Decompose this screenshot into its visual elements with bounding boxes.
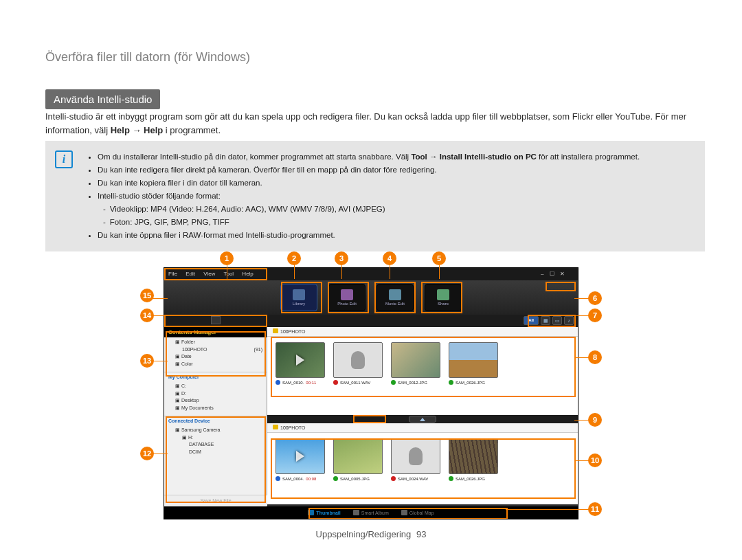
info-subitem: Foton: JPG, GIF, BMP, PNG, TIFF xyxy=(103,216,693,229)
menu-tool[interactable]: Tool xyxy=(223,271,234,277)
thumbnail[interactable]: SAM_0004. 00:08 xyxy=(276,438,325,481)
drive-item[interactable]: ▣ C: xyxy=(175,383,262,390)
thumb-photo[interactable] xyxy=(449,342,498,378)
tree-color[interactable]: ▣ Color xyxy=(175,361,262,368)
thumbnail[interactable]: SAM_0005.JPG xyxy=(333,438,383,481)
content-panel-top: 100PHOTO SAM_0010. 00:11 SAM_0011.WAV SA… xyxy=(267,327,578,415)
intro-c: i programmet. xyxy=(163,125,221,135)
callout-14: 14 xyxy=(140,309,154,322)
device-item[interactable]: ▣ Samsung Camera xyxy=(175,427,262,434)
menu-file[interactable]: File xyxy=(168,271,177,277)
intro-paragraph: Intelli-studio är ett inbyggt program so… xyxy=(45,110,705,137)
view-tabs: Thumbnail Smart Album Global Map xyxy=(164,506,578,519)
view-global-map[interactable]: Global Map xyxy=(401,510,434,515)
mode-label: Library xyxy=(293,302,305,306)
drive-item[interactable]: ▣ My Documents xyxy=(175,405,262,412)
library-icon xyxy=(293,289,305,300)
menu-edit[interactable]: Edit xyxy=(186,271,195,277)
view-smart-album[interactable]: Smart Album xyxy=(353,510,389,515)
filter-photo-icon[interactable]: ▦ xyxy=(541,316,550,325)
panel-separator[interactable] xyxy=(267,415,578,423)
mode-movie-edit[interactable]: Movie Edit xyxy=(376,284,414,311)
type-dot xyxy=(276,380,280,385)
album-icon xyxy=(353,510,359,515)
footer-label: Uppspelning/Redigering xyxy=(316,529,412,539)
separator-handle-icon[interactable] xyxy=(409,416,436,423)
thumb-photo[interactable] xyxy=(333,438,383,474)
filter-video-icon[interactable]: ▭ xyxy=(552,316,562,325)
help-menu-2: Help xyxy=(144,125,163,135)
intro-arrow: → xyxy=(130,125,144,135)
folder-bar[interactable]: 100PHOTO xyxy=(267,327,578,337)
info-subitem: Videoklipp: MP4 (Video: H.264, Audio: AA… xyxy=(103,203,693,216)
tree-item[interactable]: 100PHOTO(91) xyxy=(175,346,262,354)
save-new-file[interactable]: Save New File xyxy=(164,495,267,506)
sidebar-connected[interactable]: Connected Device xyxy=(164,416,267,425)
device-dir[interactable]: DCIM xyxy=(175,449,262,456)
share-icon xyxy=(437,289,449,300)
mode-share[interactable]: Share xyxy=(425,284,462,311)
help-menu-1: Help xyxy=(111,125,130,135)
sidebar: Contents Manager ▣ Folder 100PHOTO(91) ▣… xyxy=(164,327,267,519)
info-text: Intelli-studio stöder följande format: xyxy=(98,192,221,200)
filter-audio-icon[interactable]: ♪ xyxy=(564,316,574,325)
thumb-audio[interactable] xyxy=(333,342,383,378)
thumb-photo[interactable] xyxy=(449,438,498,474)
callout-9: 9 xyxy=(588,413,602,427)
drive-item[interactable]: ▣ D: xyxy=(175,390,262,398)
drive-item[interactable]: ▣ Desktop xyxy=(175,397,262,405)
install-menu: Install Intelli-studio on PC xyxy=(440,153,537,161)
tree-date[interactable]: ▣ Date xyxy=(175,353,262,361)
thumb-name: SAM_0024.WAV xyxy=(398,477,428,481)
thumbnail[interactable]: SAM_0012.JPG xyxy=(391,342,440,385)
folder-bar[interactable]: 100PHOTO xyxy=(267,423,578,433)
mode-photo-edit[interactable]: Photo Edit xyxy=(328,284,366,311)
thumbnail[interactable]: SAM_0026.JPG xyxy=(449,438,498,481)
thumbnail[interactable]: SAM_0010. 00:11 xyxy=(276,342,325,385)
sidebar-mycomputer[interactable]: My Computer xyxy=(164,372,267,381)
type-dot xyxy=(449,476,453,481)
type-dot xyxy=(391,380,396,385)
thumbnail[interactable]: SAM_0026.JPG xyxy=(449,342,498,385)
thumb-video[interactable] xyxy=(276,438,325,474)
info-text: Om du installerar Intelli-studio på din … xyxy=(98,153,411,161)
view-thumbnail[interactable]: Thumbnail xyxy=(308,510,340,515)
callout-7: 7 xyxy=(588,309,602,322)
window-controls[interactable]: – ☐ ✕ xyxy=(541,271,567,277)
device-dir[interactable]: DATABASE xyxy=(175,441,262,449)
thumb-audio[interactable] xyxy=(391,438,440,474)
tree-folder[interactable]: ▣ Folder xyxy=(175,339,262,346)
type-dot xyxy=(333,476,338,481)
thumbnail[interactable]: SAM_0011.WAV xyxy=(333,342,383,385)
thumbnail[interactable]: SAM_0024.WAV xyxy=(391,438,440,481)
callout-1: 1 xyxy=(220,251,234,265)
photo-icon xyxy=(341,289,353,300)
callout-5: 5 xyxy=(432,251,446,265)
content-panel-bottom: 100PHOTO SAM_0004. 00:08 SAM_0005.JPG SA… xyxy=(267,423,578,504)
callout-12: 12 xyxy=(140,447,154,460)
nav-toggle-icon[interactable] xyxy=(211,316,221,324)
info-arrow: → xyxy=(427,153,440,161)
app-screenshot: File Edit View Tool Help – ☐ ✕ Library P… xyxy=(164,267,578,519)
menu-help[interactable]: Help xyxy=(242,271,253,277)
menu-view[interactable]: View xyxy=(203,271,215,277)
callout-3: 3 xyxy=(335,251,348,265)
tool-menu: Tool xyxy=(411,153,427,161)
thumb-duration: 00:11 xyxy=(306,381,316,385)
filter-all[interactable]: All xyxy=(524,316,539,325)
callout-13: 13 xyxy=(140,354,154,368)
type-dot xyxy=(449,380,453,385)
info-text: för att installera programmet. xyxy=(537,153,640,161)
page-footer: Uppspelning/Redigering 93 xyxy=(0,529,742,539)
thumb-video[interactable] xyxy=(276,342,325,378)
folder-icon xyxy=(273,425,278,429)
sidebar-header: Contents Manager xyxy=(164,327,267,337)
page-title: Överföra filer till datorn (för Windows) xyxy=(45,50,250,65)
info-box: i Om du installerar Intelli-studio på di… xyxy=(45,141,705,251)
info-item: Du kan inte kopiera filer i din dator ti… xyxy=(98,177,693,190)
device-drive[interactable]: ▣ H: xyxy=(175,434,262,442)
mode-library[interactable]: Library xyxy=(280,284,317,311)
mode-label: Movie Edit xyxy=(385,302,405,306)
play-icon xyxy=(296,355,304,366)
thumb-photo[interactable] xyxy=(391,342,440,378)
